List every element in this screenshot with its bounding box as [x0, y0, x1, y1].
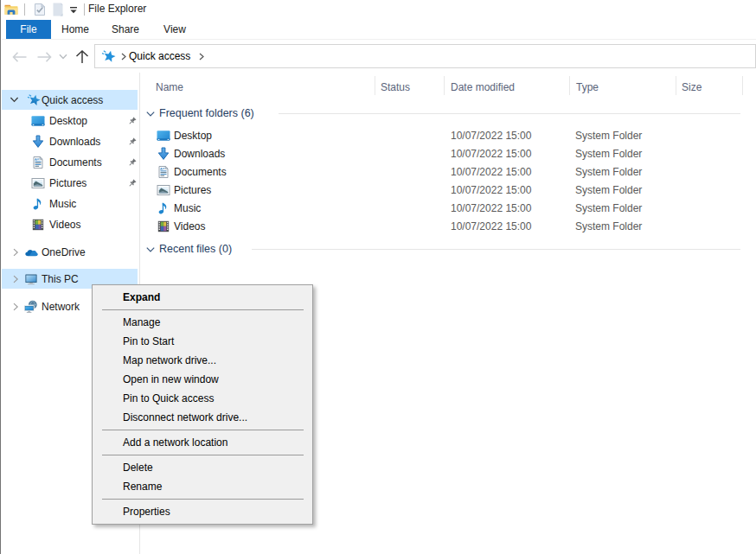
group-divider-line: [252, 249, 740, 250]
menu-item-manage[interactable]: Manage: [93, 313, 312, 332]
file-date-modified: 10/07/2022 15:00: [451, 145, 531, 163]
menu-item-pin-to-quick-access[interactable]: Pin to Quick access: [93, 389, 312, 408]
group-header-label[interactable]: Recent files (0): [159, 241, 232, 258]
sidebar-item-label[interactable]: Downloads: [49, 135, 100, 149]
column-header-date-modified[interactable]: Date modified: [451, 77, 515, 98]
pin-icon: [127, 137, 137, 147]
documents-icon: [157, 165, 170, 179]
tab-file[interactable]: File: [6, 20, 51, 39]
file-row-music[interactable]: Music 10/07/2022 15:00 System Folder: [141, 200, 756, 218]
downloads-icon: [157, 147, 170, 161]
breadcrumb-chevron-icon[interactable]: [199, 53, 204, 60]
group-header-label[interactable]: Frequent folders (6): [159, 105, 254, 122]
file-row-pictures[interactable]: Pictures 10/07/2022 15:00 System Folder: [141, 181, 756, 200]
file-row-desktop[interactable]: Desktop 10/07/2022 15:00 System Folder: [141, 127, 756, 145]
sidebar-item-label[interactable]: This PC: [42, 272, 79, 286]
menu-item-pin-to-start[interactable]: Pin to Start: [93, 332, 312, 351]
column-header-type[interactable]: Type: [576, 77, 599, 98]
file-name[interactable]: Videos: [174, 218, 205, 236]
menu-separator: [102, 455, 304, 456]
menu-separator: [102, 309, 304, 311]
breadcrumb-chevron-icon[interactable]: [121, 53, 126, 60]
network-icon: [24, 300, 38, 314]
column-divider[interactable]: [375, 76, 375, 95]
tab-home[interactable]: Home: [49, 20, 101, 39]
breadcrumb-location[interactable]: Quick access: [129, 50, 190, 62]
menu-item-add-a-network-location[interactable]: Add a network location: [93, 433, 312, 452]
music-icon: [31, 197, 45, 211]
back-button[interactable]: [10, 41, 29, 73]
file-name[interactable]: Music: [174, 200, 201, 218]
sidebar-item-videos[interactable]: Videos: [2, 214, 138, 235]
column-header-name[interactable]: Name: [156, 77, 183, 98]
sidebar-item-pictures[interactable]: Pictures: [2, 173, 138, 194]
chevron-right-icon[interactable]: [11, 302, 22, 312]
tab-share[interactable]: Share: [101, 20, 150, 39]
titlebar: File Explorer: [2, 0, 756, 19]
menu-item-open-in-new-window[interactable]: Open in new window: [93, 370, 312, 389]
menu-item-map-network-drive[interactable]: Map network drive...: [93, 351, 312, 370]
customize-quick-access-toolbar-dropdown[interactable]: [68, 5, 79, 17]
chevron-down-icon[interactable]: [146, 245, 155, 254]
file-name[interactable]: Desktop: [174, 127, 212, 145]
sidebar-item-label[interactable]: Quick access: [42, 93, 103, 107]
file-type: System Folder: [575, 145, 642, 163]
file-name[interactable]: Downloads: [174, 145, 225, 163]
column-divider[interactable]: [444, 76, 445, 95]
file-explorer-window: File Explorer File Home Share View: [0, 0, 756, 554]
sidebar-item-desktop[interactable]: Desktop: [2, 111, 138, 131]
forward-button[interactable]: [35, 41, 54, 73]
quick-access-star-icon: [27, 93, 41, 107]
file-row-videos[interactable]: Videos 10/07/2022 15:00 System Folder: [141, 218, 756, 236]
address-bar[interactable]: Quick access: [94, 44, 756, 68]
up-button[interactable]: [73, 41, 92, 73]
videos-icon: [31, 218, 45, 232]
menu-item-rename[interactable]: Rename: [93, 477, 312, 496]
column-divider[interactable]: [569, 76, 570, 95]
recent-locations-dropdown[interactable]: [56, 41, 70, 73]
documents-icon: [31, 156, 45, 169]
column-divider[interactable]: [742, 76, 743, 95]
tab-view[interactable]: View: [150, 20, 200, 39]
menu-item-properties[interactable]: Properties: [93, 502, 312, 521]
sidebar-item-label[interactable]: Pictures: [49, 176, 86, 190]
this-pc-icon: [24, 272, 38, 286]
menu-separator: [102, 430, 304, 431]
menu-item-disconnect-network-drive[interactable]: Disconnect network drive...: [93, 408, 312, 427]
sidebar-item-label[interactable]: Videos: [49, 218, 80, 232]
file-row-documents[interactable]: Documents 10/07/2022 15:00 System Folder: [141, 163, 756, 181]
new-folder-icon[interactable]: [51, 2, 65, 20]
file-row-downloads[interactable]: Downloads 10/07/2022 15:00 System Folder: [141, 145, 756, 163]
chevron-down-icon[interactable]: [10, 95, 20, 105]
sidebar-item-downloads[interactable]: Downloads: [2, 131, 138, 152]
sidebar-item-label[interactable]: OneDrive: [42, 245, 86, 259]
sidebar-item-label[interactable]: Network: [42, 300, 80, 314]
sidebar-item-documents[interactable]: Documents: [2, 152, 138, 173]
group-header-recent-files[interactable]: Recent files (0): [146, 241, 232, 258]
sidebar-item-label[interactable]: Desktop: [49, 114, 87, 128]
group-header-frequent-folders[interactable]: Frequent folders (6): [146, 105, 254, 122]
properties-icon[interactable]: [33, 2, 47, 20]
sidebar-item-quick-access[interactable]: Quick access: [2, 90, 138, 110]
column-header-status[interactable]: Status: [381, 77, 410, 98]
ribbon-tabs: File Home Share View: [2, 19, 756, 40]
file-date-modified: 10/07/2022 15:00: [451, 163, 531, 181]
chevron-right-icon[interactable]: [11, 274, 22, 284]
file-name[interactable]: Documents: [174, 163, 227, 181]
column-header-size[interactable]: Size: [682, 77, 702, 98]
file-name[interactable]: Pictures: [174, 181, 211, 200]
column-divider[interactable]: [676, 76, 676, 95]
sidebar-item-music[interactable]: Music: [2, 194, 138, 214]
chevron-down-icon[interactable]: [146, 110, 155, 118]
sidebar-item-onedrive[interactable]: OneDrive: [2, 242, 138, 262]
sidebar-item-label[interactable]: Documents: [49, 156, 102, 169]
sidebar-item-label[interactable]: Music: [49, 197, 76, 211]
file-explorer-logo-icon[interactable]: [3, 2, 19, 20]
pictures-icon: [157, 183, 170, 197]
file-type: System Folder: [575, 181, 642, 200]
menu-item-delete[interactable]: Delete: [93, 458, 312, 477]
chevron-right-icon[interactable]: [11, 247, 22, 258]
file-type: System Folder: [575, 163, 642, 181]
pin-icon: [127, 158, 137, 168]
menu-item-expand[interactable]: Expand: [93, 288, 312, 307]
